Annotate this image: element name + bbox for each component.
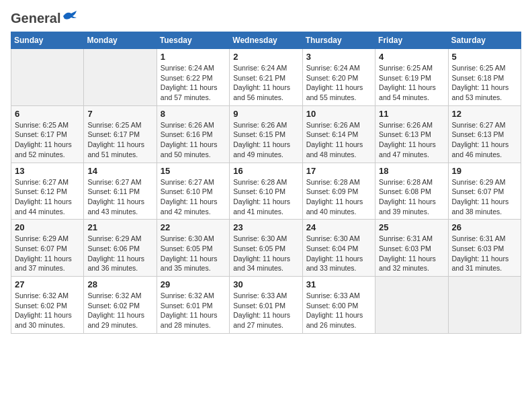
calendar-cell: 10Sunrise: 6:26 AM Sunset: 6:14 PM Dayli… [302, 105, 375, 163]
day-number: 5 [452, 52, 517, 62]
calendar-cell: 12Sunrise: 6:27 AM Sunset: 6:13 PM Dayli… [448, 105, 521, 163]
day-number: 10 [306, 109, 371, 119]
logo-block: General [11, 11, 77, 24]
day-detail: Sunrise: 6:27 AM Sunset: 6:11 PM Dayligh… [87, 177, 152, 217]
calendar-cell: 8Sunrise: 6:26 AM Sunset: 6:16 PM Daylig… [157, 105, 229, 163]
calendar-cell: 24Sunrise: 6:30 AM Sunset: 6:04 PM Dayli… [302, 220, 375, 277]
calendar-cell: 2Sunrise: 6:24 AM Sunset: 6:21 PM Daylig… [230, 49, 302, 106]
day-number: 22 [161, 222, 226, 232]
day-detail: Sunrise: 6:25 AM Sunset: 6:18 PM Dayligh… [452, 63, 517, 103]
day-detail: Sunrise: 6:32 AM Sunset: 6:02 PM Dayligh… [87, 291, 152, 330]
day-number: 25 [379, 222, 444, 232]
day-detail: Sunrise: 6:25 AM Sunset: 6:17 PM Dayligh… [87, 120, 152, 160]
day-detail: Sunrise: 6:27 AM Sunset: 6:10 PM Dayligh… [161, 177, 226, 217]
weekday-header: Wednesday [230, 32, 302, 49]
day-number: 23 [233, 222, 298, 232]
calendar-cell: 27Sunrise: 6:32 AM Sunset: 6:02 PM Dayli… [11, 277, 84, 334]
day-number: 7 [87, 109, 152, 119]
calendar-cell: 26Sunrise: 6:31 AM Sunset: 6:03 PM Dayli… [448, 220, 521, 277]
day-detail: Sunrise: 6:33 AM Sunset: 6:00 PM Dayligh… [306, 291, 371, 330]
calendar-cell: 3Sunrise: 6:24 AM Sunset: 6:20 PM Daylig… [302, 49, 375, 106]
day-number: 8 [161, 109, 226, 119]
day-detail: Sunrise: 6:26 AM Sunset: 6:14 PM Dayligh… [306, 120, 371, 160]
day-number: 19 [452, 166, 517, 176]
calendar-body: 1Sunrise: 6:24 AM Sunset: 6:22 PM Daylig… [11, 49, 521, 334]
weekday-header: Friday [375, 32, 448, 49]
calendar-week-row: 13Sunrise: 6:27 AM Sunset: 6:12 PM Dayli… [11, 163, 521, 220]
day-detail: Sunrise: 6:30 AM Sunset: 6:05 PM Dayligh… [161, 234, 226, 273]
logo-text: General [11, 11, 60, 26]
day-number: 1 [161, 52, 226, 62]
calendar-cell: 11Sunrise: 6:26 AM Sunset: 6:13 PM Dayli… [375, 105, 448, 163]
calendar-cell: 1Sunrise: 6:24 AM Sunset: 6:22 PM Daylig… [157, 49, 229, 106]
calendar-cell: 6Sunrise: 6:25 AM Sunset: 6:17 PM Daylig… [11, 105, 84, 163]
weekday-header: Monday [84, 32, 157, 49]
logo-bird-icon [62, 11, 77, 21]
calendar-cell: 13Sunrise: 6:27 AM Sunset: 6:12 PM Dayli… [11, 163, 84, 220]
day-number: 16 [233, 166, 298, 176]
calendar-cell: 22Sunrise: 6:30 AM Sunset: 6:05 PM Dayli… [157, 220, 229, 277]
calendar-cell: 4Sunrise: 6:25 AM Sunset: 6:19 PM Daylig… [375, 49, 448, 106]
day-detail: Sunrise: 6:30 AM Sunset: 6:04 PM Dayligh… [306, 234, 371, 273]
day-detail: Sunrise: 6:28 AM Sunset: 6:09 PM Dayligh… [306, 177, 371, 217]
logo: General [11, 11, 77, 24]
day-detail: Sunrise: 6:29 AM Sunset: 6:06 PM Dayligh… [87, 234, 152, 273]
calendar-week-row: 20Sunrise: 6:29 AM Sunset: 6:07 PM Dayli… [11, 220, 521, 277]
calendar-cell: 15Sunrise: 6:27 AM Sunset: 6:10 PM Dayli… [157, 163, 229, 220]
day-detail: Sunrise: 6:24 AM Sunset: 6:21 PM Dayligh… [233, 63, 298, 103]
calendar-cell: 28Sunrise: 6:32 AM Sunset: 6:02 PM Dayli… [84, 277, 157, 334]
weekday-header: Saturday [448, 32, 521, 49]
calendar-cell: 30Sunrise: 6:33 AM Sunset: 6:01 PM Dayli… [230, 277, 302, 334]
day-detail: Sunrise: 6:27 AM Sunset: 6:13 PM Dayligh… [452, 120, 517, 160]
calendar-cell: 29Sunrise: 6:32 AM Sunset: 6:01 PM Dayli… [157, 277, 229, 334]
calendar-cell: 16Sunrise: 6:28 AM Sunset: 6:10 PM Dayli… [230, 163, 302, 220]
day-number: 3 [306, 52, 371, 62]
calendar-cell: 9Sunrise: 6:26 AM Sunset: 6:15 PM Daylig… [230, 105, 302, 163]
calendar-cell: 25Sunrise: 6:31 AM Sunset: 6:03 PM Dayli… [375, 220, 448, 277]
calendar-cell: 31Sunrise: 6:33 AM Sunset: 6:00 PM Dayli… [302, 277, 375, 334]
weekday-header: Sunday [11, 32, 84, 49]
calendar-cell: 5Sunrise: 6:25 AM Sunset: 6:18 PM Daylig… [448, 49, 521, 106]
day-detail: Sunrise: 6:28 AM Sunset: 6:08 PM Dayligh… [379, 177, 444, 217]
day-number: 11 [379, 109, 444, 119]
calendar-cell [448, 277, 521, 334]
page-header: General [11, 11, 521, 24]
calendar-cell: 7Sunrise: 6:25 AM Sunset: 6:17 PM Daylig… [84, 105, 157, 163]
day-detail: Sunrise: 6:32 AM Sunset: 6:01 PM Dayligh… [161, 291, 226, 330]
day-number: 18 [379, 166, 444, 176]
day-detail: Sunrise: 6:26 AM Sunset: 6:15 PM Dayligh… [233, 120, 298, 160]
calendar-cell: 23Sunrise: 6:30 AM Sunset: 6:05 PM Dayli… [230, 220, 302, 277]
day-number: 15 [161, 166, 226, 176]
day-detail: Sunrise: 6:25 AM Sunset: 6:19 PM Dayligh… [379, 63, 444, 103]
calendar-cell: 19Sunrise: 6:29 AM Sunset: 6:07 PM Dayli… [448, 163, 521, 220]
day-detail: Sunrise: 6:25 AM Sunset: 6:17 PM Dayligh… [15, 120, 80, 160]
calendar-week-row: 1Sunrise: 6:24 AM Sunset: 6:22 PM Daylig… [11, 49, 521, 106]
day-number: 28 [87, 279, 152, 289]
day-number: 30 [233, 279, 298, 289]
weekday-row: SundayMondayTuesdayWednesdayThursdayFrid… [11, 32, 521, 49]
day-detail: Sunrise: 6:28 AM Sunset: 6:10 PM Dayligh… [233, 177, 298, 217]
day-number: 13 [15, 166, 80, 176]
day-number: 4 [379, 52, 444, 62]
calendar-table: SundayMondayTuesdayWednesdayThursdayFrid… [11, 32, 521, 334]
day-number: 26 [452, 222, 517, 232]
day-number: 12 [452, 109, 517, 119]
day-number: 14 [87, 166, 152, 176]
calendar-week-row: 27Sunrise: 6:32 AM Sunset: 6:02 PM Dayli… [11, 277, 521, 334]
day-number: 27 [15, 279, 80, 289]
day-number: 20 [15, 222, 80, 232]
day-detail: Sunrise: 6:24 AM Sunset: 6:20 PM Dayligh… [306, 63, 371, 103]
day-detail: Sunrise: 6:26 AM Sunset: 6:16 PM Dayligh… [161, 120, 226, 160]
day-number: 24 [306, 222, 371, 232]
day-number: 2 [233, 52, 298, 62]
day-detail: Sunrise: 6:26 AM Sunset: 6:13 PM Dayligh… [379, 120, 444, 160]
calendar-cell: 17Sunrise: 6:28 AM Sunset: 6:09 PM Dayli… [302, 163, 375, 220]
day-number: 29 [161, 279, 226, 289]
day-number: 21 [87, 222, 152, 232]
day-detail: Sunrise: 6:32 AM Sunset: 6:02 PM Dayligh… [15, 291, 80, 330]
day-detail: Sunrise: 6:24 AM Sunset: 6:22 PM Dayligh… [161, 63, 226, 103]
calendar-cell [375, 277, 448, 334]
calendar-cell [84, 49, 157, 106]
day-detail: Sunrise: 6:29 AM Sunset: 6:07 PM Dayligh… [15, 234, 80, 273]
calendar-cell: 18Sunrise: 6:28 AM Sunset: 6:08 PM Dayli… [375, 163, 448, 220]
